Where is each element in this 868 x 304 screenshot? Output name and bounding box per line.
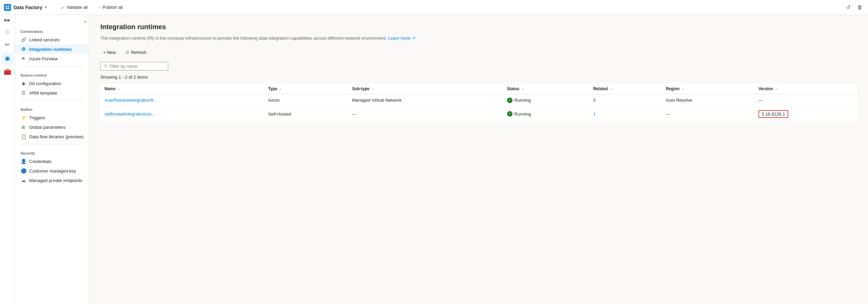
rail-edit-icon[interactable]: ✏ [1, 39, 14, 51]
validate-icon: ✓ [61, 5, 65, 10]
security-label: Security [15, 147, 89, 157]
expand-icon[interactable]: ▶▶ [4, 18, 11, 22]
row2-name[interactable]: selfhostedintegrationrun... [100, 106, 264, 121]
row2-status: Running [503, 106, 589, 121]
sort-subtype-icon: ↕ [372, 87, 374, 91]
global-params-icon: ⊞ [20, 124, 26, 130]
row1-subtype: Managed Virtual Network [348, 94, 503, 106]
rail-monitor-icon[interactable]: ◉ [1, 52, 14, 64]
table-header: Name ↕ Type ↕ Sub-type ↕ Status ↕ [100, 84, 857, 94]
sort-region-icon: ↕ [682, 87, 684, 91]
status-badge: Running [507, 98, 585, 103]
running-dot [507, 98, 513, 103]
managed-private-endpoints-icon: ☁ [20, 178, 26, 183]
sidebar-collapse-button[interactable]: « [15, 18, 89, 25]
connections-section: Connections 🔗 Linked services ⚙ Integrat… [15, 25, 89, 63]
new-button[interactable]: + New [100, 48, 118, 56]
table-body: AutoResolveIntegrationR... Azure Managed… [100, 94, 857, 121]
page-description: The integration runtime (IR) is the comp… [100, 35, 857, 42]
sidebar-item-arm-template[interactable]: ☰ ARM template [15, 88, 89, 98]
filter-icon: ▽ [104, 64, 108, 69]
topbar-left: Data Factory ▾ [4, 4, 47, 11]
sort-version-icon: ↕ [775, 87, 777, 91]
svg-rect-3 [8, 7, 9, 9]
sidebar-item-azure-purview[interactable]: 👁 Azure Purview [15, 54, 89, 63]
data-table: Name ↕ Type ↕ Sub-type ↕ Status ↕ [100, 84, 857, 122]
sort-status-icon: ↕ [522, 87, 524, 91]
delete-button[interactable]: 🗑 [856, 3, 864, 12]
sidebar-item-integration-runtimes[interactable]: ⚙ Integration runtimes [15, 44, 89, 54]
data-flow-icon: 📋 [20, 134, 26, 139]
content-toolbar: + New ↺ Refresh [100, 48, 857, 57]
topbar: Data Factory ▾ ✓ Validate all ↑ Publish … [0, 0, 868, 15]
sort-name-icon: ↕ [118, 87, 120, 91]
app-title-chevron[interactable]: ▾ [45, 5, 47, 9]
source-control-label: Source control [15, 69, 89, 79]
sidebar-item-customer-managed-key[interactable]: 🔵 Customer managed key [15, 166, 89, 176]
linked-services-icon: 🔗 [20, 37, 26, 42]
table-row: AutoResolveIntegrationR... Azure Managed… [100, 94, 857, 106]
row2-related[interactable]: 1 [589, 106, 662, 121]
row2-version: 5.16.8126.1 [754, 106, 857, 121]
row1-region: Auto Resolve [662, 94, 754, 106]
row2-region: --- [662, 106, 754, 121]
credentials-icon: 👤 [20, 159, 26, 164]
source-control-section: Source control ◆ Git configuration ☰ ARM… [15, 69, 89, 98]
col-version[interactable]: Version ↕ [754, 84, 857, 94]
publish-icon: ↑ [98, 5, 101, 10]
sidebar-item-credentials[interactable]: 👤 Credentials [15, 157, 89, 166]
refresh-icon: ↺ [125, 50, 129, 55]
security-section: Security 👤 Credentials 🔵 Customer manage… [15, 147, 89, 185]
sidebar-item-global-parameters[interactable]: ⊞ Global parameters [15, 122, 89, 132]
col-type[interactable]: Type ↕ [264, 84, 348, 94]
sidebar: « Connections 🔗 Linked services ⚙ Integr… [15, 15, 90, 304]
col-name[interactable]: Name ↕ [100, 84, 264, 94]
row1-name[interactable]: AutoResolveIntegrationR... [100, 94, 264, 106]
cmk-icon: 🔵 [20, 168, 26, 174]
col-related[interactable]: Related ↕ [589, 84, 662, 94]
items-count: Showing 1 - 2 of 2 items [100, 75, 857, 80]
col-region[interactable]: Region ↕ [662, 84, 754, 94]
integration-runtimes-icon: ⚙ [20, 46, 26, 52]
main-content: Integration runtimes The integration run… [90, 15, 868, 304]
page-title: Integration runtimes [100, 23, 857, 31]
validate-all-button[interactable]: ✓ Validate all [58, 3, 91, 12]
divider-3 [20, 144, 84, 144]
sidebar-item-linked-services[interactable]: 🔗 Linked services [15, 35, 89, 44]
filter-input[interactable] [110, 64, 167, 69]
rail-home-icon[interactable]: ⌂ [1, 25, 14, 37]
refresh-topbar-button[interactable]: ↺ [845, 3, 852, 12]
triggers-icon: ⚡ [20, 115, 26, 120]
filter-box[interactable]: ▽ [100, 62, 168, 70]
arm-template-icon: ☰ [20, 90, 26, 96]
row2-subtype: --- [348, 106, 503, 121]
refresh-button[interactable]: ↺ Refresh [122, 48, 149, 57]
svg-rect-1 [8, 5, 9, 7]
table-row: selfhostedintegrationrun... Self-Hosted … [100, 106, 857, 121]
rail-manage-icon[interactable]: 🧰 [1, 66, 14, 78]
row2-type: Self-Hosted [264, 106, 348, 121]
sort-related-icon: ↕ [610, 87, 612, 91]
col-status[interactable]: Status ↕ [503, 84, 589, 94]
sidebar-item-data-flow-libraries[interactable]: 📋 Data flow libraries (preview) [15, 132, 89, 141]
row1-type: Azure [264, 94, 348, 106]
sidebar-item-triggers[interactable]: ⚡ Triggers [15, 113, 89, 122]
divider-2 [20, 100, 84, 101]
svg-rect-0 [6, 5, 7, 7]
version-highlight: 5.16.8126.1 [758, 110, 789, 118]
app-title: Data Factory [14, 5, 42, 10]
divider-1 [20, 66, 84, 66]
status-badge-2: Running [507, 111, 585, 117]
sort-type-icon: ↕ [280, 87, 282, 91]
svg-rect-2 [6, 7, 7, 9]
author-section: Author ⚡ Triggers ⊞ Global parameters 📋 … [15, 103, 89, 141]
main-layout: ▶▶ ⌂ ✏ ◉ 🧰 « Connections 🔗 Linked servic… [0, 15, 868, 304]
col-subtype[interactable]: Sub-type ↕ [348, 84, 503, 94]
author-label: Author [15, 103, 89, 113]
sidebar-item-managed-private-endpoints[interactable]: ☁ Managed private endpoints [15, 176, 89, 185]
azure-purview-icon: 👁 [20, 56, 26, 61]
row1-status: Running [503, 94, 589, 106]
sidebar-item-git-configuration[interactable]: ◆ Git configuration [15, 79, 89, 88]
publish-all-button[interactable]: ↑ Publish all [96, 3, 125, 12]
learn-more-link[interactable]: Learn more ↗ [388, 36, 416, 41]
